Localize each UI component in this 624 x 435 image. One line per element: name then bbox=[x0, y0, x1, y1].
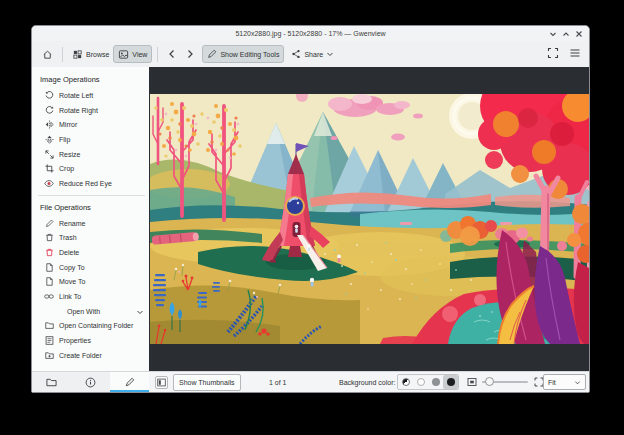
sidebar-item-label: Crop bbox=[59, 165, 74, 172]
show-editing-tools-label: Show Editing Tools bbox=[220, 51, 279, 58]
sidebar-item-label: Delete bbox=[59, 249, 79, 256]
fullscreen-icon[interactable] bbox=[547, 45, 559, 63]
red-eye-icon bbox=[44, 178, 54, 188]
chevron-down-icon bbox=[136, 302, 144, 320]
background-color-label: Background color: bbox=[339, 379, 395, 386]
home-icon bbox=[42, 49, 53, 60]
sidebar-separator bbox=[38, 195, 145, 196]
properties-icon bbox=[44, 336, 54, 346]
background-color-group bbox=[397, 374, 459, 390]
sidebar-item-label: Open With bbox=[67, 308, 100, 315]
mirror-icon bbox=[44, 120, 54, 130]
pencil-icon bbox=[207, 49, 217, 59]
tab-folders[interactable] bbox=[32, 372, 71, 392]
flip-icon bbox=[44, 134, 54, 144]
sidebar-item-label: Flip bbox=[59, 136, 70, 143]
move-icon bbox=[44, 277, 54, 287]
go-back-button[interactable] bbox=[163, 45, 181, 63]
zoom-mode-value: Fit bbox=[548, 379, 556, 386]
sidebar-item-open-with[interactable]: Open With bbox=[32, 304, 149, 319]
tab-operations[interactable] bbox=[110, 372, 149, 392]
sidebar-item-move-to[interactable]: Move To bbox=[32, 275, 149, 290]
create-folder-icon bbox=[44, 350, 54, 360]
gwenview-window: 5120x2880.jpg - 5120x2880 - 17% — Gwenvi… bbox=[31, 25, 590, 393]
sidebar-item-label: Move To bbox=[59, 278, 85, 285]
zoom-slider-handle[interactable] bbox=[485, 377, 494, 386]
sidebar-item-open-containing-folder[interactable]: Open Containing Folder bbox=[32, 319, 149, 334]
trash-icon bbox=[44, 233, 54, 243]
share-chevron-down-icon bbox=[326, 50, 334, 58]
sidebar-item-label: Rename bbox=[59, 220, 85, 227]
rotate-left-icon bbox=[44, 90, 54, 100]
image-viewer[interactable] bbox=[149, 67, 589, 371]
rename-icon bbox=[44, 218, 54, 228]
browse-label: Browse bbox=[86, 51, 109, 58]
sidebar-item-create-folder[interactable]: Create Folder bbox=[32, 348, 149, 363]
bg-auto-button[interactable] bbox=[398, 375, 413, 389]
hamburger-menu-icon[interactable] bbox=[569, 45, 581, 63]
browse-button[interactable]: Browse bbox=[68, 45, 113, 63]
delete-icon bbox=[44, 248, 54, 258]
chevron-left-icon bbox=[167, 49, 177, 59]
combo-chevron-down-icon bbox=[574, 379, 581, 386]
sidebar-item-label: Create Folder bbox=[59, 352, 102, 359]
sidebar-item-label: Link To bbox=[59, 293, 81, 300]
sidebar-item-reduce-red-eye[interactable]: Reduce Red Eye bbox=[32, 176, 149, 191]
sidebar-item-copy-to[interactable]: Copy To bbox=[32, 260, 149, 275]
sidebar-item-label: Mirror bbox=[59, 121, 77, 128]
sidebar-item-rotate-right[interactable]: Rotate Right bbox=[32, 103, 149, 118]
folder-icon bbox=[44, 321, 54, 331]
sidebar-item-properties[interactable]: Properties bbox=[32, 333, 149, 348]
share-button[interactable]: Share bbox=[287, 45, 338, 63]
zoom-slider[interactable] bbox=[482, 381, 528, 383]
window-title: 5120x2880.jpg - 5120x2880 - 17% — Gwenvi… bbox=[235, 30, 385, 37]
sidebar-item-rename[interactable]: Rename bbox=[32, 216, 149, 231]
tab-information[interactable] bbox=[71, 372, 110, 392]
show-thumbnails-label: Show Thumbnails bbox=[179, 379, 235, 386]
sidebar-item-delete[interactable]: Delete bbox=[32, 245, 149, 260]
page-indicator: 1 of 1 bbox=[269, 379, 287, 386]
sidebar-item-label: Open Containing Folder bbox=[59, 322, 133, 329]
bg-gray-button[interactable] bbox=[428, 375, 443, 389]
copy-icon bbox=[44, 262, 54, 272]
home-button[interactable] bbox=[38, 45, 57, 63]
sidebar-item-rotate-left[interactable]: Rotate Left bbox=[32, 88, 149, 103]
maximize-icon[interactable] bbox=[562, 30, 570, 38]
zoom-mode-combobox[interactable]: Fit bbox=[543, 374, 586, 390]
bg-white-button[interactable] bbox=[413, 375, 428, 389]
sidebar-item-label: Resize bbox=[59, 151, 80, 158]
sidebar-item-crop[interactable]: Crop bbox=[32, 161, 149, 176]
sidebar-item-label: Properties bbox=[59, 337, 91, 344]
thumbnail-bar-toggle-button[interactable] bbox=[155, 376, 168, 389]
photo-rocket-illustration bbox=[150, 94, 590, 344]
titlebar[interactable]: 5120x2880.jpg - 5120x2880 - 17% — Gwenvi… bbox=[32, 26, 589, 41]
close-icon[interactable] bbox=[575, 30, 583, 38]
rotate-right-icon bbox=[44, 105, 54, 115]
share-icon bbox=[291, 49, 301, 59]
browse-icon bbox=[72, 49, 83, 60]
file-operations-header: File Operations bbox=[32, 198, 149, 216]
show-thumbnails-button[interactable]: Show Thumbnails bbox=[173, 374, 241, 391]
sidebar-item-flip[interactable]: Flip bbox=[32, 132, 149, 147]
sidebar-item-link-to[interactable]: Link To bbox=[32, 289, 149, 304]
bg-black-button[interactable] bbox=[443, 375, 458, 389]
view-label: View bbox=[132, 51, 147, 58]
link-icon bbox=[44, 292, 54, 302]
sidebar-item-label: Copy To bbox=[59, 264, 85, 271]
sidebar-item-mirror[interactable]: Mirror bbox=[32, 117, 149, 132]
view-button[interactable]: View bbox=[113, 45, 152, 63]
statusbar: Show Thumbnails 1 of 1 Background color:… bbox=[149, 371, 589, 392]
go-forward-button[interactable] bbox=[181, 45, 199, 63]
sidebar-item-label: Rotate Right bbox=[59, 107, 98, 114]
operations-sidebar: Image Operations Rotate Left Rotate Righ… bbox=[32, 67, 149, 371]
chevron-right-icon bbox=[185, 49, 195, 59]
sidebar-item-trash[interactable]: Trash bbox=[32, 231, 149, 246]
sidebar-item-resize[interactable]: Resize bbox=[32, 147, 149, 162]
sidebar-item-label: Rotate Left bbox=[59, 92, 93, 99]
show-editing-tools-button[interactable]: Show Editing Tools bbox=[202, 45, 284, 63]
share-label: Share bbox=[304, 51, 323, 58]
zoom-fit-icon[interactable] bbox=[467, 377, 477, 388]
toolbar: Browse View Show Editing Tools Share bbox=[32, 41, 589, 67]
minimize-icon[interactable] bbox=[549, 30, 557, 38]
sidebar-tabs bbox=[32, 371, 149, 392]
